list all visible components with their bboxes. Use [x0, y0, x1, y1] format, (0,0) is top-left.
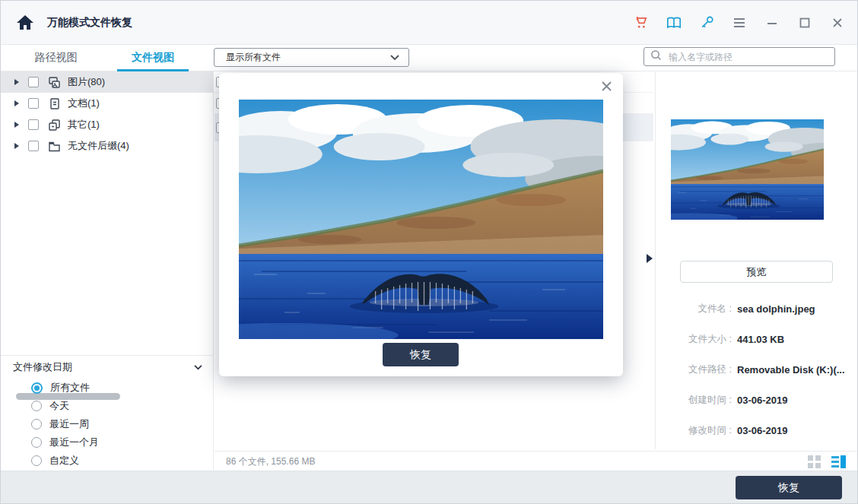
field-label: 文件名 :: [656, 303, 732, 315]
radio[interactable]: [31, 437, 42, 448]
preview-panel: 预览 文件名 : sea dolphin.jpeg 文件大小 : 441.03 …: [655, 71, 858, 449]
date-option-custom[interactable]: 自定义: [24, 452, 213, 470]
date-option-today[interactable]: 今天: [24, 397, 213, 415]
date-option-last-month[interactable]: 最近一个月: [24, 433, 213, 452]
status-bar: 86 个文件, 155.66 MB: [214, 451, 857, 472]
chevron-right-icon[interactable]: [14, 79, 19, 85]
sidebar-item-label: 图片(80): [68, 75, 105, 89]
others-icon: [48, 119, 61, 132]
file-thumbnail[interactable]: [671, 119, 824, 220]
chevron-down-icon: [194, 365, 202, 370]
file-name-row: 文件名 : sea dolphin.jpeg: [656, 293, 858, 324]
recover-button[interactable]: 恢复: [736, 476, 842, 499]
date-filter-section: 文件修改日期 所有文件 今天 最近一周 最近一个月: [1, 355, 213, 470]
sidebar-item-documents[interactable]: 文档(1): [1, 93, 213, 114]
view-switcher: [808, 455, 857, 468]
file-filter-value: 显示所有文件: [226, 51, 281, 64]
sidebar-item-label: 其它(1): [68, 118, 100, 132]
date-filter-header[interactable]: 文件修改日期: [1, 356, 213, 379]
cart-icon[interactable]: [634, 15, 649, 30]
home-icon[interactable]: [16, 14, 34, 30]
tab-path-view[interactable]: 路径视图: [1, 45, 111, 71]
no-extension-checkbox[interactable]: [28, 141, 39, 151]
modified-time-row: 修改时间 : 03-06-2019: [656, 415, 858, 445]
file-filter-dropdown[interactable]: 显示所有文件: [214, 48, 409, 67]
search-icon: [650, 49, 662, 64]
file-size-value: 441.03 KB: [737, 334, 784, 345]
documents-checkbox[interactable]: [28, 98, 39, 109]
toolbar: 路径视图 文件视图 显示所有文件: [1, 45, 857, 71]
modal-recover-button[interactable]: 恢复: [383, 343, 459, 366]
app-window: 万能模式文件恢复: [0, 0, 858, 504]
modal-close-icon[interactable]: [600, 80, 613, 93]
sidebar-item-others[interactable]: 其它(1): [1, 114, 213, 135]
tab-file-view[interactable]: 文件视图: [111, 45, 195, 71]
radio[interactable]: [31, 455, 42, 466]
grid-view-icon[interactable]: [808, 455, 821, 468]
menu-icon[interactable]: [732, 15, 747, 30]
field-label: 创建时间 :: [656, 394, 732, 407]
others-checkbox[interactable]: [28, 119, 39, 130]
radio-label: 最近一周: [49, 417, 89, 431]
sidebar-item-label: 文档(1): [68, 97, 100, 110]
preview-button[interactable]: 预览: [680, 261, 833, 283]
panel-collapse-icon[interactable]: [647, 254, 653, 263]
minimize-icon[interactable]: [764, 15, 780, 30]
modified-time-value: 03-06-2019: [737, 425, 788, 436]
search-box[interactable]: [644, 47, 835, 66]
pictures-icon: [48, 76, 61, 89]
chevron-down-icon: [390, 55, 399, 61]
date-filter-title: 文件修改日期: [13, 360, 72, 374]
radio[interactable]: [31, 419, 42, 430]
file-info: 文件名 : sea dolphin.jpeg 文件大小 : 441.03 KB …: [656, 293, 858, 445]
horizontal-scrollbar[interactable]: [1, 345, 213, 353]
sidebar-item-no-extension[interactable]: 无文件后缀(4): [1, 135, 213, 157]
preview-modal: 恢复: [219, 73, 623, 376]
documents-icon: [48, 97, 61, 110]
chevron-right-icon[interactable]: [14, 143, 19, 149]
pictures-checkbox[interactable]: [28, 77, 39, 87]
sidebar-item-pictures[interactable]: 图片(80): [1, 71, 213, 93]
bottom-bar: 恢复: [1, 471, 857, 503]
created-time-row: 创建时间 : 03-06-2019: [656, 385, 858, 415]
folder-icon: [48, 140, 61, 153]
radio[interactable]: [31, 401, 42, 411]
chevron-right-icon[interactable]: [14, 122, 19, 128]
manual-book-icon[interactable]: [666, 15, 682, 30]
sidebar: 图片(80) 文档(1) 其它(1): [1, 71, 214, 471]
date-option-all-files[interactable]: 所有文件: [24, 379, 213, 397]
radio-label: 最近一个月: [49, 436, 99, 449]
date-option-last-week[interactable]: 最近一周: [24, 415, 213, 433]
radio-label: 所有文件: [50, 381, 90, 395]
file-path-row: 文件路径 : Removable Disk (K:)(...: [656, 354, 858, 385]
maximize-icon[interactable]: [797, 15, 812, 30]
page-title: 万能模式文件恢复: [47, 16, 132, 30]
radio-selected[interactable]: [31, 382, 43, 394]
file-size-row: 文件大小 : 441.03 KB: [656, 324, 858, 354]
file-name-value: sea dolphin.jpeg: [737, 303, 815, 315]
preview-photo: [239, 100, 603, 339]
chevron-right-icon[interactable]: [14, 100, 19, 106]
titlebar: 万能模式文件恢复: [1, 1, 857, 45]
close-icon[interactable]: [830, 15, 845, 30]
file-path-value: Removable Disk (K:)(...: [737, 364, 845, 376]
titlebar-actions: [634, 15, 857, 30]
radio-label: 自定义: [49, 454, 79, 468]
search-input[interactable]: [667, 51, 828, 63]
key-icon[interactable]: [699, 15, 714, 30]
sidebar-item-label: 无文件后缀(4): [68, 139, 129, 153]
field-label: 修改时间 :: [656, 424, 732, 437]
field-label: 文件大小 :: [656, 333, 732, 346]
field-label: 文件路径 :: [656, 363, 732, 376]
list-view-icon[interactable]: [831, 455, 847, 468]
radio-label: 今天: [49, 399, 69, 413]
created-time-value: 03-06-2019: [737, 395, 788, 406]
file-count-summary: 86 个文件, 155.66 MB: [226, 455, 315, 468]
